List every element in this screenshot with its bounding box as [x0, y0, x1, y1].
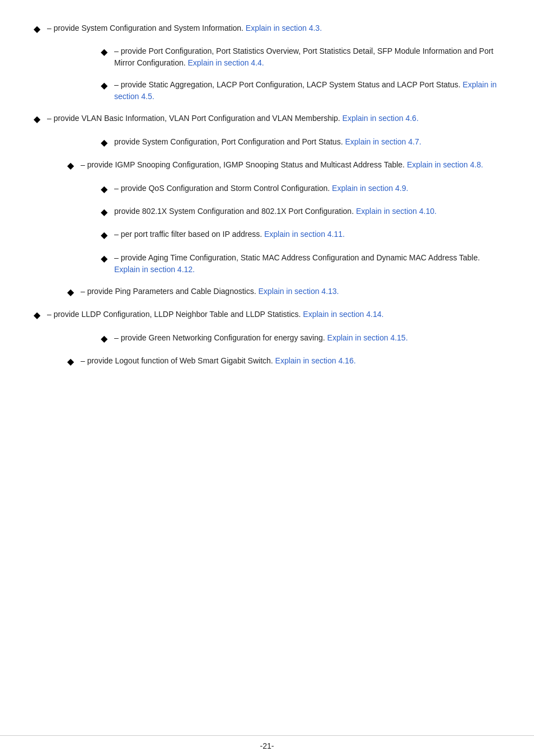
list-item: ◆– provide LLDP Configuration, LLDP Neig…	[34, 309, 500, 321]
bullet-diamond-icon: ◆	[101, 137, 107, 149]
bullet-text-2: – provide Port Configuration, Port Stati…	[114, 45, 500, 69]
bullet-diamond-icon: ◆	[101, 333, 107, 345]
bullet-diamond-icon: ◆	[67, 160, 74, 172]
section-link-item-4-14[interactable]: Explain in section 4.14.	[303, 310, 383, 319]
bullet-text-1: – provide System Configuration and Syste…	[47, 22, 500, 34]
bullet-diamond-icon: ◆	[34, 113, 40, 125]
page-content: ◆– provide System Configuration and Syst…	[0, 0, 534, 423]
page-footer: -21-	[0, 735, 534, 756]
bullet-text-13: – provide Green Networking Configuration…	[114, 332, 500, 344]
section-link-item-4-6[interactable]: Explain in section 4.6.	[343, 114, 419, 123]
list-item: ◆– provide Aging Time Configuration, Sta…	[34, 252, 500, 276]
list-item: ◆– provide QoS Configuration and Storm C…	[34, 183, 500, 195]
bullet-text-9: – per port traffic filter based on IP ad…	[114, 228, 500, 240]
bullet-text-4: – provide VLAN Basic Information, VLAN P…	[47, 113, 500, 124]
section-link-item-4-11[interactable]: Explain in section 4.11.	[264, 230, 345, 239]
list-item: ◆– provide System Configuration and Syst…	[34, 22, 500, 35]
list-item: ◆– provide IGMP Snooping Configuration, …	[34, 159, 500, 172]
bullet-text-3: – provide Static Aggregation, LACP Port …	[114, 79, 500, 102]
bullet-diamond-icon: ◆	[34, 23, 40, 35]
bullet-text-14: – provide Logout function of Web Smart G…	[81, 355, 500, 367]
list-item: ◆provide System Configuration, Port Conf…	[34, 136, 500, 149]
bullet-list: ◆– provide System Configuration and Syst…	[34, 22, 500, 368]
bullet-diamond-icon: ◆	[101, 80, 107, 92]
section-link-item-4-5[interactable]: Explain in section 4.5.	[114, 80, 496, 101]
section-link-item-4-3[interactable]: Explain in section 4.3.	[246, 24, 322, 32]
bullet-text-5: provide System Configuration, Port Confi…	[114, 136, 500, 148]
list-item: ◆– provide Ping Parameters and Cable Dia…	[34, 286, 500, 298]
bullet-diamond-icon: ◆	[101, 229, 107, 241]
bullet-diamond-icon: ◆	[101, 206, 107, 218]
page-number: -21-	[260, 741, 274, 750]
bullet-text-6: – provide IGMP Snooping Configuration, I…	[81, 159, 500, 171]
bullet-diamond-icon: ◆	[101, 46, 107, 58]
bullet-diamond-icon: ◆	[67, 286, 74, 298]
list-item: ◆provide 802.1X System Configuration and…	[34, 206, 500, 218]
bullet-text-10: – provide Aging Time Configuration, Stat…	[114, 252, 500, 276]
list-item: ◆– provide Logout function of Web Smart …	[34, 355, 500, 368]
section-link-item-4-7[interactable]: Explain in section 4.7.	[345, 137, 421, 146]
bullet-text-12: – provide LLDP Configuration, LLDP Neigh…	[47, 309, 500, 320]
list-item: ◆– per port traffic filter based on IP a…	[34, 228, 500, 241]
section-link-item-4-16[interactable]: Explain in section 4.16.	[275, 356, 356, 365]
bullet-text-7: – provide QoS Configuration and Storm Co…	[114, 183, 500, 194]
list-item: ◆– provide VLAN Basic Information, VLAN …	[34, 113, 500, 125]
bullet-text-11: – provide Ping Parameters and Cable Diag…	[81, 286, 500, 297]
bullet-diamond-icon: ◆	[101, 253, 107, 265]
bullet-diamond-icon: ◆	[67, 356, 74, 368]
list-item: ◆– provide Static Aggregation, LACP Port…	[34, 79, 500, 102]
list-item: ◆– provide Port Configuration, Port Stat…	[34, 45, 500, 69]
section-link-item-4-10[interactable]: Explain in section 4.10.	[356, 207, 437, 216]
section-link-item-4-9[interactable]: Explain in section 4.9.	[332, 184, 408, 193]
bullet-diamond-icon: ◆	[34, 309, 40, 321]
bullet-diamond-icon: ◆	[101, 183, 107, 195]
section-link-item-4-4[interactable]: Explain in section 4.4.	[188, 58, 264, 67]
section-link-item-4-12[interactable]: Explain in section 4.12.	[114, 265, 195, 274]
bullet-text-8: provide 802.1X System Configuration and …	[114, 206, 500, 217]
section-link-item-4-13[interactable]: Explain in section 4.13.	[259, 287, 339, 296]
list-item: ◆– provide Green Networking Configuratio…	[34, 332, 500, 345]
section-link-item-4-8[interactable]: Explain in section 4.8.	[407, 160, 483, 169]
section-link-item-4-15[interactable]: Explain in section 4.15.	[327, 333, 408, 342]
